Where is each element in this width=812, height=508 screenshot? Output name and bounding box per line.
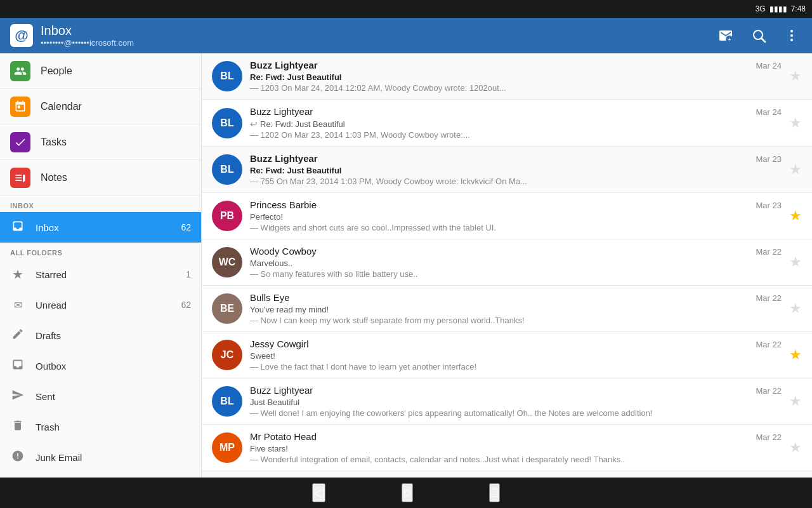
preview-block: ↩ Re: Fwd: Just Beautiful — 1202 On Mar … (250, 119, 782, 140)
body-layout: People Calendar Tasks (0, 53, 812, 478)
email-item[interactable]: BL Buzz Lightyear Mar 22 Just Beautiful … (202, 378, 812, 425)
email-item[interactable]: JC Jessy Cowgirl Mar 22 Sweet! — Love th… (202, 332, 812, 378)
avatar: BL (212, 154, 242, 185)
search-button[interactable] (749, 25, 769, 46)
email-top-row: Buzz Lightyear Mar 24 (250, 106, 782, 117)
folder-item-unread[interactable]: ✉ Unread 62 (0, 290, 201, 320)
email-body: — Love the fact that I dont have to lear… (250, 362, 782, 371)
avatar: BL (212, 108, 242, 138)
sender-name: Jessy Cowgirl (250, 338, 751, 349)
preview-block: Five stars! — Wonderful integration of e… (250, 444, 782, 464)
folders-section-header: ALL FOLDERS (0, 243, 201, 259)
star-button[interactable]: ★ (789, 300, 802, 317)
email-item[interactable]: BE Bulls Eye Mar 22 You've read my mind!… (202, 286, 812, 332)
more-options-button[interactable] (782, 25, 802, 46)
top-bar: @ Inbox ••••••••@••••••icrosoft.com + (0, 18, 812, 53)
preview-block: Re: Fwd: Just Beautiful — 755 On Mar 23,… (250, 166, 782, 186)
star-button[interactable]: ★ (789, 254, 802, 271)
sidebar-item-calendar[interactable]: Calendar (0, 89, 201, 124)
svg-line-3 (762, 39, 766, 43)
email-date: Mar 24 (756, 107, 782, 117)
email-preview-row: You've read my mind! — Now I can keep my… (250, 305, 782, 325)
email-content: Buzz Lightyear Mar 24 Re: Fwd: Just Beau… (250, 60, 782, 93)
email-item[interactable]: RD Rex Dynosaur Mar 22 Incredible (202, 471, 812, 478)
preview-block: Re: Fwd: Just Beautiful — 1203 On Mar 24… (250, 72, 782, 93)
folder-item-inbox[interactable]: Inbox 62 (0, 212, 201, 243)
star-button[interactable]: ★ (789, 393, 802, 410)
folder-item-sent[interactable]: Sent (0, 381, 201, 411)
recent-apps-button[interactable]: □ (489, 483, 500, 502)
email-item[interactable]: MP Mr Potato Head Mar 22 Five stars! — W… (202, 425, 812, 471)
inbox-title: Inbox (41, 23, 708, 38)
folder-item-starred[interactable]: ★ Starred 1 (0, 259, 201, 290)
email-item[interactable]: WC Woody Cowboy Mar 22 Marvelous.. — So … (202, 239, 812, 286)
star-button[interactable]: ★ (789, 161, 802, 178)
email-content: Jessy Cowgirl Mar 22 Sweet! — Love the f… (250, 338, 782, 371)
email-subject: Sweet! (250, 351, 782, 361)
email-content: Woody Cowboy Mar 22 Marvelous.. — So man… (250, 246, 782, 279)
email-date: Mar 22 (756, 432, 782, 442)
email-top-row: Mr Potato Head Mar 22 (250, 431, 782, 442)
svg-text:+: + (728, 36, 731, 43)
sent-icon (10, 389, 25, 404)
avatar: WC (212, 247, 242, 277)
email-top-row: Buzz Lightyear Mar 24 (250, 60, 782, 70)
svg-point-4 (790, 30, 793, 32)
email-item[interactable]: PB Princess Barbie Mar 23 Perfecto! — Wi… (202, 193, 812, 239)
email-subject: Re: Fwd: Just Beautiful (260, 119, 782, 129)
unread-icon: ✉ (10, 299, 25, 311)
calendar-label: Calendar (41, 101, 191, 112)
unread-count: 62 (181, 300, 191, 310)
notes-icon (10, 168, 30, 188)
sidebar-item-tasks[interactable]: Tasks (0, 124, 201, 160)
inbox-folder-label: Inbox (36, 222, 171, 233)
sender-name: Mr Potato Head (250, 431, 751, 442)
home-button[interactable]: ○ (402, 483, 412, 502)
folder-item-drafts[interactable]: Drafts (0, 320, 201, 351)
tasks-icon (10, 132, 30, 152)
star-button[interactable]: ★ (789, 347, 802, 363)
tasks-label: Tasks (41, 137, 191, 148)
email-preview-row: Sweet! — Love the fact that I dont have … (250, 351, 782, 371)
folder-item-trash[interactable]: Trash (0, 411, 201, 442)
email-body: — 755 On Mar 23, 2014 1:03 PM, Woody Cow… (250, 177, 782, 186)
top-bar-actions: + (716, 25, 802, 46)
folder-item-junk[interactable]: Junk Email (0, 442, 201, 472)
email-date: Mar 22 (756, 340, 782, 349)
email-item[interactable]: BL Buzz Lightyear Mar 24 Re: Fwd: Just B… (202, 53, 812, 100)
people-icon (10, 61, 30, 81)
inbox-section-header: INBOX (0, 196, 201, 212)
folder-item-outbox[interactable]: Outbox (0, 351, 201, 381)
avatar: BE (212, 293, 242, 324)
battery-icon: ▮▮▮▮ (769, 4, 787, 13)
reply-arrow-icon: ↩ (250, 119, 258, 129)
email-item[interactable]: BL Buzz Lightyear Mar 24 ↩ Re: Fwd: Just… (202, 100, 812, 147)
email-date: Mar 22 (756, 293, 782, 303)
app-icon: @ (10, 24, 33, 47)
preview-block: Perfecto! — Widgets and short cuts are s… (250, 212, 782, 232)
preview-block: Sweet! — Love the fact that I dont have … (250, 351, 782, 371)
email-body: — Wonderful integration of email, contac… (250, 455, 782, 464)
star-button[interactable]: ★ (789, 439, 802, 456)
email-subject: Five stars! (250, 444, 782, 453)
avatar: PB (212, 201, 242, 231)
sent-label: Sent (36, 391, 191, 402)
junk-icon (10, 450, 25, 465)
star-button[interactable]: ★ (789, 68, 802, 84)
compose-button[interactable]: + (716, 25, 736, 46)
star-button[interactable]: ★ (789, 208, 802, 224)
email-subject: Perfecto! (250, 212, 782, 222)
avatar: MP (212, 432, 242, 463)
email-preview-row: Five stars! — Wonderful integration of e… (250, 444, 782, 464)
email-item[interactable]: BL Buzz Lightyear Mar 23 Re: Fwd: Just B… (202, 147, 812, 193)
email-preview-row: Re: Fwd: Just Beautiful — 1203 On Mar 24… (250, 72, 782, 93)
avatar: BL (212, 61, 242, 91)
outbox-icon (10, 358, 25, 373)
star-button[interactable]: ★ (789, 115, 802, 131)
sidebar-item-people[interactable]: People (0, 53, 201, 89)
email-content: Princess Barbie Mar 23 Perfecto! — Widge… (250, 199, 782, 232)
preview-block: Just Beautiful — Well done! I am enjoyin… (250, 398, 782, 418)
sidebar-item-notes[interactable]: Notes (0, 160, 201, 196)
email-date: Mar 22 (756, 386, 782, 396)
back-button[interactable]: ◁ (312, 483, 325, 502)
